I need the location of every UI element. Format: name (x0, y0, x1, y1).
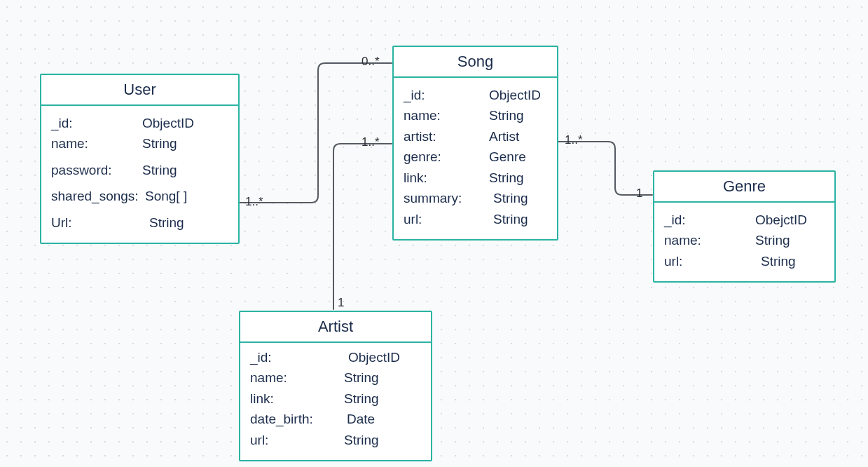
entity-song-body: _id:ObjectID name:String artist:Artist g… (394, 78, 557, 239)
attr-row: _id:ObjectID (51, 113, 228, 133)
attr-row: date_birth:Date (250, 409, 421, 429)
mult-genre-left: 1 (636, 187, 642, 201)
attr-row: link:String (404, 168, 547, 188)
entity-genre-body: _id:ObejctID name:String url:String (654, 203, 834, 281)
entity-song-title: Song (394, 47, 557, 78)
attr-row: artist:Artist (404, 126, 547, 147)
attr-row: _id:ObjectID (404, 85, 547, 105)
mult-song-right: 1..* (565, 133, 583, 147)
attr-row: link:String (250, 388, 421, 409)
entity-genre-title: Genre (654, 172, 834, 203)
attr-row: url:String (404, 209, 547, 229)
entity-user-body: _id:ObjectID name:String password:String… (41, 106, 238, 243)
attr-row: shared_songs:Song[ ] (51, 186, 228, 206)
entity-user-title: User (41, 75, 238, 106)
entity-artist: Artist _id:ObjectID name:String link:Str… (239, 311, 432, 461)
entity-artist-title: Artist (240, 312, 431, 343)
attr-row: _id:ObjectID (250, 347, 421, 367)
attr-row: name:String (51, 133, 228, 154)
attr-row: Url:String (51, 212, 228, 233)
mult-user-right: 1..* (245, 195, 263, 209)
attr-row: summary:String (404, 188, 547, 208)
attr-row: url:String (250, 430, 421, 450)
attr-row: name:String (664, 230, 825, 250)
entity-user: User _id:ObjectID name:String password:S… (40, 74, 240, 244)
attr-row: genre:Genre (404, 147, 547, 167)
attr-row: _id:ObejctID (664, 210, 825, 230)
attr-row: url:String (664, 251, 825, 271)
entity-song: Song _id:ObjectID name:String artist:Art… (392, 46, 558, 241)
entity-artist-body: _id:ObjectID name:String link:String dat… (240, 343, 431, 460)
entity-genre: Genre _id:ObejctID name:String url:Strin… (653, 170, 836, 283)
attr-row: name:String (250, 367, 421, 388)
mult-artist-top: 1 (338, 296, 344, 310)
mult-song-midleft: 1..* (361, 135, 380, 149)
attr-row: name:String (404, 105, 547, 126)
attr-row: password:String (51, 160, 228, 180)
mult-song-topleft: 0..* (361, 55, 380, 69)
